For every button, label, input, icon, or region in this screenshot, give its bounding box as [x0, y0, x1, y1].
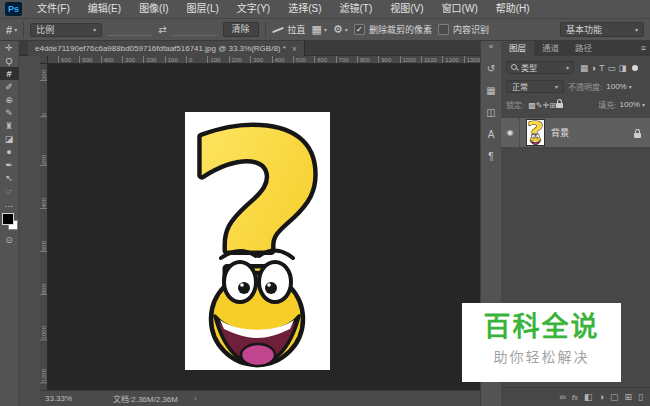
menu-item-8[interactable]: 视图(V) [381, 0, 432, 18]
hand-tool[interactable]: ☞ [0, 184, 19, 197]
ruler-mark-h: 100 [165, 56, 178, 64]
panel-tab-1[interactable]: 图层 [501, 41, 534, 56]
menu-item-10[interactable]: 帮助(H) [487, 0, 539, 18]
add-layer-mask-icon[interactable]: ◧ [584, 392, 593, 402]
document-size-info: 文档:2.36M/2.36M [113, 393, 178, 404]
path-select-tool[interactable]: ↖ [0, 171, 19, 184]
delete-cropped-pixels-checkbox[interactable]: ✓ 删除裁剪的像素 [354, 23, 432, 36]
link-layers-icon[interactable]: ∞ [559, 392, 565, 402]
new-layer-icon[interactable]: ⊞ [625, 392, 633, 402]
swap-dimensions-icon[interactable]: ⇄ [158, 24, 166, 35]
crop-width-input[interactable] [108, 23, 152, 36]
crop-settings-button[interactable]: ⚙ ▾ [333, 23, 348, 36]
panel-tabs: 图层通道路径 [501, 41, 650, 56]
blur-tool[interactable]: ● [0, 145, 19, 158]
status-chevron-icon[interactable]: › [194, 394, 197, 403]
layer-filter-select[interactable]: 类型 ▾ [506, 61, 574, 74]
delete-layer-icon[interactable]: ▯ [638, 392, 643, 402]
menu-item-5[interactable]: 文字(Y) [228, 0, 279, 18]
ruler-mark-h: 400 [101, 56, 114, 64]
ruler-mark-h: 200 [229, 56, 242, 64]
aspect-ratio-label: 比例 [36, 23, 54, 36]
filter-type-label: 类型 [521, 62, 537, 73]
menu-item-4[interactable]: 图层(L) [178, 0, 228, 18]
layer-thumbnail[interactable] [527, 120, 544, 145]
horizontal-ruler: 6005004003002001000100200300400500600700… [40, 56, 480, 64]
history-panel-icon[interactable]: ↺ [481, 61, 502, 75]
crop-height-input[interactable] [173, 23, 217, 36]
color-swatches[interactable] [0, 213, 19, 231]
menu-item-6[interactable]: 选择(S) [279, 0, 330, 18]
blend-mode-value: 正常 [512, 81, 528, 92]
brush-tool[interactable]: ✎ [0, 106, 19, 119]
content-aware-label: 内容识别 [453, 23, 489, 36]
clear-button[interactable]: 清除 [223, 22, 259, 37]
crop-overlay-options-button[interactable]: ▦ ▾ [312, 23, 327, 36]
fill-value[interactable]: 100% ▾ [620, 100, 645, 109]
move-tool[interactable]: ✛ [0, 41, 19, 54]
photoshop-logo[interactable]: Ps [5, 2, 22, 16]
more-tools[interactable]: … [0, 197, 19, 210]
panel-menu-icon[interactable]: ≡ [641, 41, 646, 56]
eyedropper-tool[interactable]: ✐ [0, 80, 19, 93]
libraries-panel-icon[interactable]: ◫ [481, 105, 502, 119]
menu-item-9[interactable]: 窗口(W) [433, 0, 487, 18]
lock-paint-icon[interactable]: ✎ [536, 101, 543, 110]
straighten-icon [272, 26, 284, 32]
layer-row-background[interactable]: ◉ 背景 [501, 117, 650, 148]
pen-tool[interactable]: ✒ [0, 158, 19, 171]
app-background-gutter [19, 41, 40, 406]
new-adjustment-layer-icon[interactable]: ◑ [599, 392, 604, 402]
layer-effects-icon[interactable]: fx [572, 393, 578, 402]
ruler-mark-h: 800 [357, 56, 370, 64]
lock-transparency-icon[interactable]: ▩ [528, 101, 536, 110]
menu-item-3[interactable]: 图像(I) [130, 0, 177, 18]
visibility-eye-icon[interactable]: ◉ [501, 118, 520, 147]
blend-mode-select[interactable]: 正常 ▾ [506, 80, 564, 93]
menu-item-2[interactable]: 编辑(E) [79, 0, 130, 18]
canvas-area[interactable]: ? [48, 64, 480, 390]
paragraph-panel-icon[interactable]: ¶ [481, 149, 502, 163]
lock-artboard-icon[interactable]: ⊞ [549, 101, 556, 110]
document-image: ? [185, 112, 330, 370]
zoom-level[interactable]: 33.33% [45, 394, 97, 403]
filter-pixel-layers-icon[interactable]: ▦ [580, 63, 588, 73]
content-aware-checkbox[interactable]: 内容识别 [438, 23, 489, 36]
close-tab-icon[interactable]: × [292, 44, 297, 54]
lasso-tool[interactable]: Ϙ [0, 54, 19, 67]
filter-adjustment-layers-icon[interactable]: ◑ [591, 63, 596, 73]
search-icon [511, 64, 518, 71]
new-group-icon[interactable]: ▢ [610, 392, 619, 402]
filter-icons: ▦◑T▭◨ [577, 63, 626, 73]
eraser-tool[interactable]: ◪ [0, 132, 19, 145]
quick-mask-button[interactable]: ⊙ [5, 235, 13, 245]
ruler-mark-h: 1200 [442, 56, 458, 64]
swatches-panel-icon[interactable]: ▦ [481, 83, 502, 97]
filter-smart-objects-icon[interactable]: ◨ [618, 63, 626, 73]
lock-all-icon[interactable] [556, 101, 563, 110]
aspect-ratio-select[interactable]: 比例 ▾ [30, 23, 102, 37]
menu-item-7[interactable]: 滤镜(T) [331, 0, 382, 18]
character-panel-icon[interactable]: A [481, 127, 502, 141]
panel-tab-3[interactable]: 路径 [567, 41, 600, 56]
clone-stamp-tool[interactable]: ♜ [0, 119, 19, 132]
filter-toggle[interactable] [632, 65, 638, 71]
panel-tab-2[interactable]: 通道 [534, 41, 567, 56]
crop-tool[interactable]: # [0, 67, 19, 80]
menu-items: 文件(F)编辑(E)图像(I)图层(L)文字(Y)选择(S)滤镜(T)视图(V)… [28, 0, 539, 18]
filter-type-layers-icon[interactable]: T [599, 63, 604, 73]
ruler-mark-v: 400 [40, 197, 48, 209]
straighten-button[interactable]: 拉直 [272, 23, 306, 36]
workspace-switcher[interactable]: 基本功能 ▾ [560, 22, 644, 37]
menu-item-1[interactable]: 文件(F) [28, 0, 79, 18]
expand-panels-icon[interactable]: « [489, 41, 493, 53]
healing-brush-tool[interactable]: ⊕ [0, 93, 19, 106]
fill-group: 填充: 100% ▾ [598, 99, 645, 110]
filter-shape-layers-icon[interactable]: ▭ [607, 63, 615, 73]
layer-name: 背景 [551, 126, 569, 139]
tools-panel: ✛Ϙ#✐⊕✎♜◪●✒↖☞… ⊙ [0, 41, 19, 406]
document-tab[interactable]: e4dde71190ef76c6a988bd059716fdfaaf516741… [28, 41, 305, 56]
crop-tool-preset[interactable]: # ▾ [6, 24, 17, 36]
opacity-value[interactable]: 100% ▾ [606, 82, 631, 91]
foreground-color-swatch[interactable] [2, 213, 14, 225]
